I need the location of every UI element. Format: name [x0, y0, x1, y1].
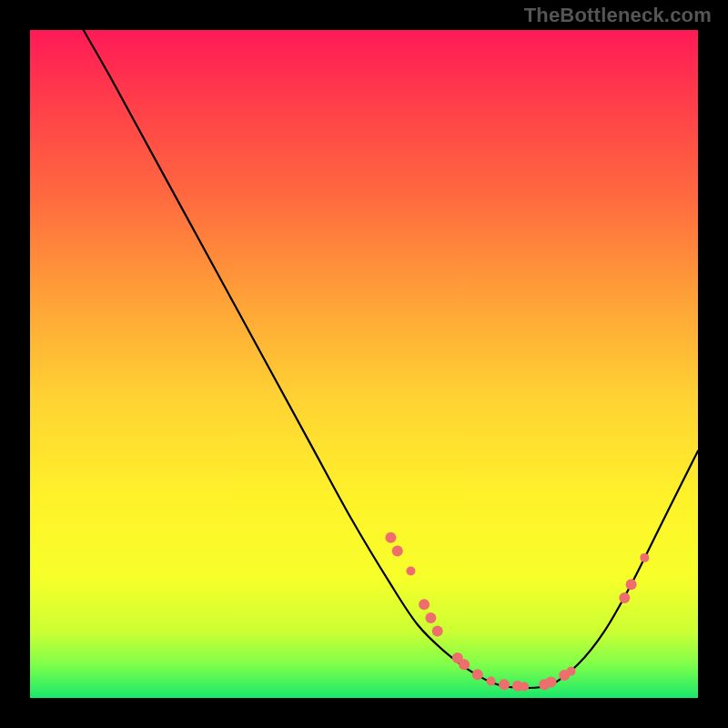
- curve-marker: [472, 669, 483, 680]
- curve-marker: [499, 679, 510, 690]
- curve-markers: [385, 532, 649, 692]
- curve-marker: [419, 599, 430, 610]
- curve-marker: [640, 553, 649, 562]
- chart-stage: TheBottleneck.com: [0, 0, 728, 728]
- curve-marker: [520, 682, 529, 692]
- curve-marker: [385, 532, 396, 543]
- chart-svg: [30, 30, 698, 698]
- curve-marker: [459, 659, 470, 670]
- curve-marker: [619, 592, 630, 603]
- curve-marker: [406, 567, 415, 576]
- curve-marker: [626, 579, 637, 590]
- curve-marker: [425, 612, 436, 623]
- plot-area: [30, 30, 698, 698]
- curve-marker: [487, 677, 496, 686]
- curve-marker: [432, 626, 443, 637]
- curve-marker: [567, 667, 576, 676]
- watermark-text: TheBottleneck.com: [524, 4, 712, 27]
- bottleneck-curve: [84, 30, 698, 688]
- curve-marker: [392, 546, 403, 557]
- curve-marker: [546, 676, 557, 687]
